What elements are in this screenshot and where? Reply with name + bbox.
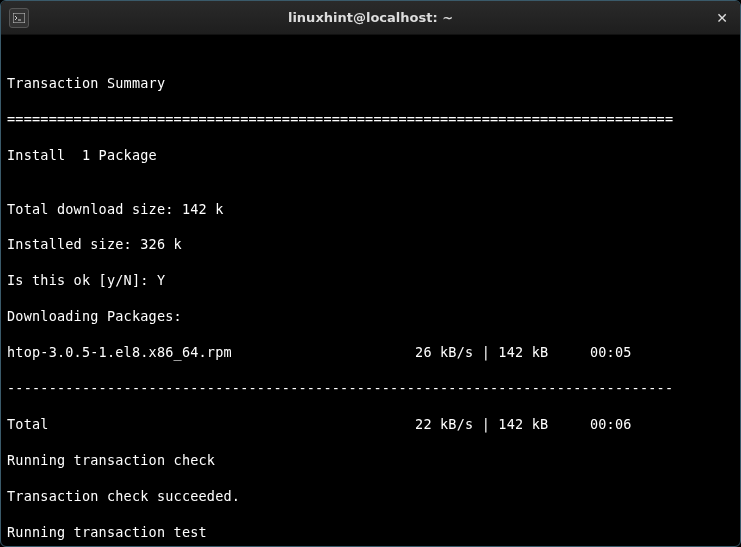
output-line: Running transaction check xyxy=(7,452,734,470)
output-line: Downloading Packages: xyxy=(7,308,734,326)
output-line: Install 1 Package xyxy=(7,147,734,165)
terminal-icon[interactable] xyxy=(9,8,29,28)
output-line: ========================================… xyxy=(7,111,734,129)
output-line: ----------------------------------------… xyxy=(7,380,734,398)
output-line: Transaction Summary xyxy=(7,75,734,93)
close-icon[interactable]: ✕ xyxy=(712,8,732,28)
window-title: linuxhint@localhost: ~ xyxy=(29,10,712,25)
output-line: Installed size: 326 k xyxy=(7,236,734,254)
output-line: Transaction check succeeded. xyxy=(7,488,734,506)
terminal-output[interactable]: Transaction Summary ====================… xyxy=(1,35,740,546)
output-line: Running transaction test xyxy=(7,524,734,542)
output-line: Total download size: 142 k xyxy=(7,201,734,219)
output-line: Is this ok [y/N]: Y xyxy=(7,272,734,290)
window-titlebar: linuxhint@localhost: ~ ✕ xyxy=(1,1,740,35)
output-line: Total 22 kB/s | 142 kB 00:06 xyxy=(7,416,734,434)
svg-rect-0 xyxy=(13,13,25,23)
output-line: htop-3.0.5-1.el8.x86_64.rpm 26 kB/s | 14… xyxy=(7,344,734,362)
